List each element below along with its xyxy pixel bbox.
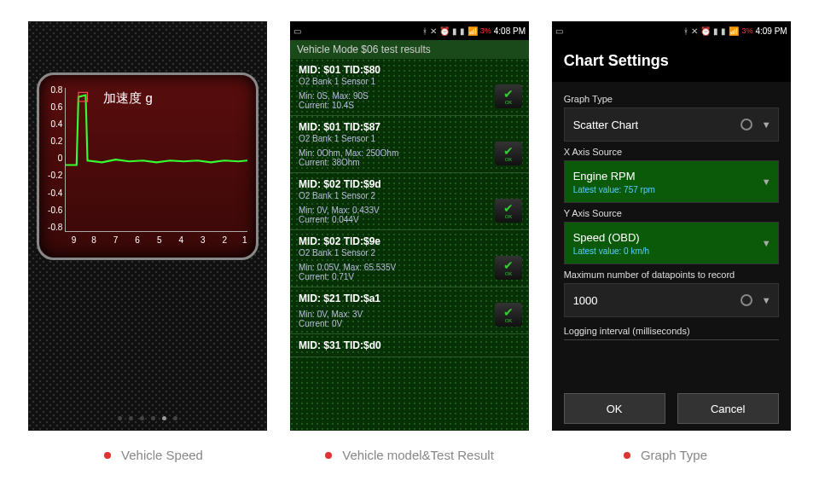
- xtick: 2: [220, 235, 229, 245]
- x-axis-select[interactable]: Engine RPM Latest value: 757 rpm ▼: [564, 160, 779, 203]
- ytick: -0.6: [45, 206, 62, 215]
- result-item[interactable]: MID: $02 TID:$9eO2 Bank 1 Sensor 2Min: 0…: [290, 230, 529, 287]
- sensor-name: O2 Bank 1 Sensor 1: [299, 77, 520, 86]
- clock: 4:09 PM: [755, 26, 787, 36]
- y-axis-latest: Latest value: 0 km/h: [573, 246, 650, 256]
- result-item[interactable]: MID: $01 TID:$80O2 Bank 1 Sensor 1Min: 0…: [290, 59, 529, 116]
- chevron-down-icon: ▼: [762, 238, 771, 248]
- ok-badge: ✔OK: [495, 256, 522, 280]
- xtick: 8: [90, 235, 98, 245]
- ytick: 0.4: [45, 119, 62, 129]
- check-icon: ✔: [503, 259, 514, 271]
- check-icon: ✔: [503, 202, 514, 214]
- result-values: Min: 0V, Max: 3VCurrent: 0V: [299, 310, 520, 328]
- signal-icon: ▮: [452, 26, 457, 36]
- battery-icon: 3%: [480, 26, 491, 35]
- chevron-down-icon: ▼: [762, 177, 771, 187]
- phone-mode06: ▭ ᚼ ✕ ⏰ ▮ ▮ 📶 3% 4:08 PM Vehicle Mode $0…: [290, 21, 529, 431]
- results-list[interactable]: MID: $01 TID:$80O2 Bank 1 Sensor 1Min: 0…: [290, 59, 529, 431]
- sensor-name: O2 Bank 1 Sensor 2: [299, 248, 520, 258]
- xtick: 6: [133, 235, 142, 245]
- bullet-icon: [624, 452, 630, 459]
- caption-3: Graph Type: [546, 448, 785, 462]
- phone-chart-settings: ▭ ᚼ ✕ ⏰ ▮ ▮ 📶 3% 4:09 PM Chart Settings …: [552, 21, 791, 431]
- radio-icon: [741, 119, 752, 130]
- obd-icon: ▭: [293, 26, 301, 36]
- clock: 4:08 PM: [494, 26, 526, 36]
- wifi-icon: ▮: [460, 26, 465, 36]
- check-icon: ✔: [503, 88, 514, 100]
- divider: [564, 339, 779, 340]
- xtick: 4: [177, 235, 185, 245]
- mute-icon: ✕: [691, 26, 698, 36]
- caption-2: Vehicle model&Test Result: [290, 448, 529, 462]
- mid-tid: MID: $31 TID:$d0: [299, 339, 520, 351]
- obd-icon: ▭: [555, 26, 563, 36]
- mid-tid: MID: $21 TID:$a1: [299, 293, 520, 304]
- y-axis-value: Speed (OBD): [573, 231, 640, 244]
- y-axis-label: Y Axis Source: [564, 208, 779, 218]
- x-axis-latest: Latest value: 757 rpm: [573, 185, 655, 194]
- alarm-icon: ⏰: [439, 26, 450, 36]
- result-item[interactable]: MID: $02 TID:$9dO2 Bank 1 Sensor 2Min: 0…: [290, 173, 529, 230]
- screen-title: Vehicle Mode $06 test results: [290, 40, 529, 59]
- max-datapoints-label: Maximum number of datapoints to record: [564, 269, 779, 280]
- mid-tid: MID: $02 TID:$9e: [299, 235, 520, 247]
- data-icon: 📶: [468, 26, 478, 36]
- graph-type-value: Scatter Chart: [573, 119, 639, 131]
- ok-badge: ✔OK: [495, 142, 522, 165]
- phone-vehicle-speed: 加速度 g 0.8 0.6 0.4 0.2 0 -0.2 -0.4 -0.6 -…: [28, 21, 267, 431]
- ytick: -0.4: [45, 188, 62, 198]
- y-axis-select[interactable]: Speed (OBD) Latest value: 0 km/h ▼: [564, 222, 779, 264]
- result-values: Min: 0Ohm, Max: 250OhmCurrent: 38Ohm: [299, 148, 520, 167]
- sensor-name: O2 Bank 1 Sensor 2: [299, 191, 520, 200]
- caption-1: Vehicle Speed: [34, 448, 273, 462]
- ytick: 0.8: [45, 85, 62, 95]
- chevron-down-icon: ▼: [762, 119, 771, 130]
- check-icon: ✔: [503, 145, 514, 157]
- mid-tid: MID: $02 TID:$9d: [299, 178, 520, 190]
- xtick: 1: [241, 235, 249, 245]
- ok-badge: ✔OK: [495, 199, 522, 223]
- signal-icon: ▮: [713, 26, 718, 36]
- gauge-trace: [66, 88, 247, 242]
- result-item[interactable]: MID: $01 TID:$87O2 Bank 1 Sensor 1Min: 0…: [290, 116, 529, 173]
- alarm-icon: ⏰: [700, 26, 711, 36]
- ytick: 0.6: [45, 102, 62, 112]
- ytick: -0.2: [45, 171, 62, 180]
- interval-label: Logging interval (milliseconds): [564, 326, 779, 336]
- bullet-icon: [104, 452, 111, 459]
- result-values: Min: 0V, Max: 0.433VCurrent: 0.044V: [299, 206, 520, 224]
- cancel-button[interactable]: Cancel: [677, 393, 779, 424]
- xtick: 7: [112, 235, 120, 245]
- mid-tid: MID: $01 TID:$87: [299, 121, 520, 133]
- ytick: 0: [45, 154, 62, 163]
- status-bar: ▭ ᚼ ✕ ⏰ ▮ ▮ 📶 3% 4:08 PM: [290, 21, 529, 40]
- wifi-icon: ▮: [721, 26, 726, 36]
- ok-badge: ✔OK: [495, 303, 522, 327]
- max-datapoints-value: 1000: [573, 294, 598, 307]
- ok-button[interactable]: OK: [564, 393, 665, 424]
- gauge-widget: 加速度 g 0.8 0.6 0.4 0.2 0 -0.2 -0.4 -0.6 -…: [37, 72, 258, 260]
- gauge-plot: 0.8 0.6 0.4 0.2 0 -0.2 -0.4 -0.6 -0.8 9 …: [65, 88, 247, 232]
- xtick: 5: [155, 235, 164, 245]
- dialog-title: Chart Settings: [552, 40, 791, 82]
- result-item[interactable]: MID: $31 TID:$d0: [290, 334, 529, 357]
- result-values: Min: 0.05V, Max: 65.535VCurrent: 0.71V: [299, 263, 520, 281]
- status-bar: ▭ ᚼ ✕ ⏰ ▮ ▮ 📶 3% 4:09 PM: [552, 21, 791, 40]
- graph-type-select[interactable]: Scatter Chart ▼: [564, 107, 779, 142]
- battery-icon: 3%: [741, 26, 752, 35]
- max-datapoints-select[interactable]: 1000 ▼: [564, 283, 779, 317]
- ytick: 0.2: [45, 136, 62, 146]
- page-indicator[interactable]: [118, 416, 177, 420]
- graph-type-label: Graph Type: [564, 94, 779, 104]
- result-item[interactable]: MID: $21 TID:$a1Min: 0V, Max: 3VCurrent:…: [290, 287, 529, 334]
- x-axis-label: X Axis Source: [564, 147, 779, 157]
- bluetooth-icon: ᚼ: [422, 26, 427, 36]
- xtick: 3: [199, 235, 207, 245]
- chevron-down-icon: ▼: [762, 295, 771, 305]
- result-values: Min: 0S, Max: 90SCurrent: 10.4S: [299, 91, 520, 110]
- mid-tid: MID: $01 TID:$80: [299, 64, 520, 76]
- mute-icon: ✕: [430, 26, 437, 36]
- sensor-name: O2 Bank 1 Sensor 1: [299, 134, 520, 143]
